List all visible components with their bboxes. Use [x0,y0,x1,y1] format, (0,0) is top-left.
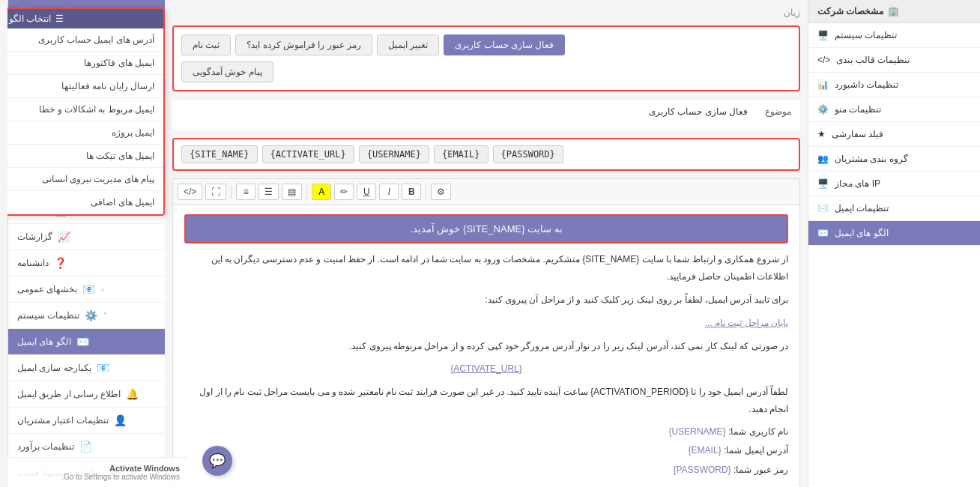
sidebar-item-customer-credit[interactable]: 👤 تنظیمات اعتبار مشتریان [1,408,157,434]
var-email[interactable]: {EMAIL} [426,145,481,163]
subject-label: موضوع [746,106,784,117]
toolbar-underline-btn[interactable]: U [349,184,369,200]
toolbar-pencil-btn[interactable]: ✏ [327,184,346,200]
page-header: زبان [165,7,793,18]
editor-para3: در صورتی که لینک کار نمی کند، آدرس لینک … [177,338,781,355]
tab-activate-user[interactable]: فعال سازی حساب کاربری [436,34,557,55]
var-site-name[interactable]: {SITE_NAME} [174,145,250,163]
left-item-email-templates[interactable]: الگو های ایمیل ✉️ [801,221,980,246]
var-activate-url[interactable]: {ACTIVATE_URL} [255,145,347,163]
budget-icon: 📄 [73,441,85,453]
tab-welcome-msg[interactable]: پیام خوش آمدگویی [174,61,266,82]
dropdown-title: انتخاب الگو [1,13,43,24]
editor-para2: برای تایید آدرس ایمیل، لطفاً بر روی لینک… [177,291,781,309]
dropdown-item-7[interactable]: ایمیل های اضافی [0,191,156,214]
tab-change-email[interactable]: تغییر ایمیل [369,34,432,55]
toolbar-sep-1 [223,185,224,199]
tabs-row2: پیام خوش آمدگویی [174,61,784,82]
left-item-menu[interactable]: تنظیمات منو ⚙️ [801,97,980,122]
dropdown-item-5[interactable]: ایمیل های تیکت ها [0,145,156,168]
email-templates-left-icon: ✉️ [810,228,821,238]
template-icon: </> [810,55,823,65]
toolbar-sep-3 [418,185,419,199]
sidebar-item-system-settings[interactable]: ˅ ⚙️ تنظیمات سیستم [1,303,157,329]
toolbar-sep-2 [299,185,300,199]
tabs-container: فعال سازی حساب کاربری تغییر ایمیل رمز عب… [165,25,793,91]
toolbar-italic-btn[interactable]: I [372,184,391,200]
left-panel: 🏢 مشخصات شرکت تنظیمات سیستم 🖥️ تنظیمات ق… [800,0,980,487]
dropdown-item-4[interactable]: ایمیل پروژه [0,121,156,145]
company-icon-left: 🏢 [880,6,892,16]
bulk-email-icon: 📧 [90,362,102,374]
left-item-system[interactable]: تنظیمات سیستم 🖥️ [801,23,980,48]
tabs-row: فعال سازی حساب کاربری تغییر ایمیل رمز عب… [174,34,784,55]
left-item-customer-group[interactable]: گروه بندی مشتریان 👥 [801,147,980,172]
welcome-box: به سایت {SITE_NAME} خوش آمدید. [177,214,781,244]
toolbar-bold-btn[interactable]: B [394,184,414,200]
sidebar-item-budget[interactable]: 📄 تنظیمات برآورد [1,434,157,460]
left-settings-menu: تنظیمات سیستم 🖥️ تنظیمات قالب بندی </> ت… [801,23,980,246]
sidebar-item-general[interactable]: ‹ 📧 بخشهای عمومی [1,276,157,303]
left-item-template[interactable]: تنظیمات قالب بندی </> [801,48,980,73]
sidebar-item-reports[interactable]: 📈 گزارشات [1,224,157,250]
var-username[interactable]: {USERNAME} [351,145,422,163]
sig-password: رمز عبور شما: {PASSWORD} [177,462,781,479]
variables-bar: {PASSWORD} {EMAIL} {USERNAME} {ACTIVATE_… [165,138,793,171]
system-settings-icon: ⚙️ [78,309,90,321]
dropdown-item-1[interactable]: ایمیل های فاکتورها [0,52,156,75]
editor-container: </> ⛶ ≡ ☰ ▤ A ✏ U I B ⚙ به سایت {SITE_NA… [165,178,793,487]
tab-register[interactable]: ثبت نام [174,34,223,55]
knowledge-icon: ❓ [47,257,59,269]
chevron-system-icon: ˅ [96,312,100,320]
sig-username: نام کاربری شما: {USERNAME} [177,424,781,441]
editor-para4: لطفاً آدرس ایمیل خود را تا {ACTIVATION_P… [177,384,781,418]
dropdown-item-6[interactable]: پیام های مدیریت نیروی انسانی [0,168,156,191]
toolbar-fullscreen-btn[interactable]: ⛶ [198,184,219,200]
dropdown-item-0[interactable]: آدرس های ایمیل حساب کاربری [0,28,156,52]
left-item-ip[interactable]: IP های مجاز 🖥️ [801,172,980,196]
left-item-email-settings[interactable]: تنظیمات ایمیل ✉️ [801,196,980,221]
star-icon: ★ [810,129,818,139]
editor-para1: از شروع همکاری و ارتباط شما با سایت {SIT… [177,251,781,285]
dropdown-item-2[interactable]: ارسال رایان نامه فعالیتها [0,75,156,98]
dropdown-header: ☰ انتخاب الگو [0,9,156,28]
dropdown-icon: ☰ [48,13,56,24]
toolbar-settings-btn[interactable]: ⚙ [423,184,444,200]
toolbar-list-btn[interactable]: ☰ [251,184,271,200]
menu-settings-icon: ⚙️ [810,104,821,115]
tab-forgot-pass[interactable]: رمز عبور را فراموش کرده اید؟ [228,34,365,55]
editor-body[interactable]: به سایت {SITE_NAME} خوش آمدید. از شروع ه… [165,205,793,487]
ip-icon: 🖥️ [810,178,821,189]
general-icon: 📧 [76,283,88,295]
general-label: بخشهای عمومی [10,284,70,294]
toolbar-highlight-btn[interactable]: A [304,184,324,200]
chevron-general-icon: ‹ [94,285,96,294]
customer-credit-label: تنظیمات اعتبار مشتریان [10,415,101,426]
template-dropdown[interactable]: ☰ انتخاب الگو آدرس های ایمیل حساب کاربری… [0,7,157,216]
left-item-custom-field[interactable]: فیلد سفارشی ★ [801,122,980,147]
toolbar-code-btn[interactable]: </> [170,184,195,200]
sig-email: آدرس ایمیل شما: {EMAIL} [177,443,781,459]
subject-row: موضوع فعال سازی حساب کاربری [174,106,784,117]
left-item-dashboard[interactable]: تنظیمات داشبورد 📊 [801,73,980,97]
subject-card: موضوع فعال سازی حساب کاربری [165,100,793,130]
toolbar-list2-btn[interactable]: ▤ [274,184,294,200]
system-settings-label: تنظیمات سیستم [10,310,72,321]
chat-bubble-button[interactable]: 💬 [195,446,225,476]
email-templates-label: الگو های ایمیل [10,336,64,347]
subject-value: فعال سازی حساب کاربری [174,106,740,117]
reports-icon: 📈 [51,231,63,243]
sidebar-item-bulk-email[interactable]: 📧 یکبارجه سازی ایمیل [1,355,157,381]
notifications-icon: 🔔 [119,388,131,400]
sidebar-item-notifications[interactable]: 🔔 اطلاع رسانی از طریق ایمیل [1,381,157,408]
toolbar-align-btn[interactable]: ≡ [229,184,248,200]
editor-link: پایان مراحل ثبت نام ... [177,315,781,332]
dashboard-settings-icon: 📊 [810,79,821,90]
knowledge-label: دانشنامه [10,258,41,268]
var-password[interactable]: {PASSWORD} [486,145,556,163]
dropdown-item-3[interactable]: ایمیل مربوط به اشکالات و خطا [0,98,156,121]
email-templates-icon: ✉️ [70,336,82,348]
customer-credit-icon: 👤 [107,414,119,426]
sidebar-item-email-templates[interactable]: ✉️ الگو های ایمیل [1,329,157,355]
sidebar-item-knowledge[interactable]: ❓ دانشنامه [1,250,157,276]
